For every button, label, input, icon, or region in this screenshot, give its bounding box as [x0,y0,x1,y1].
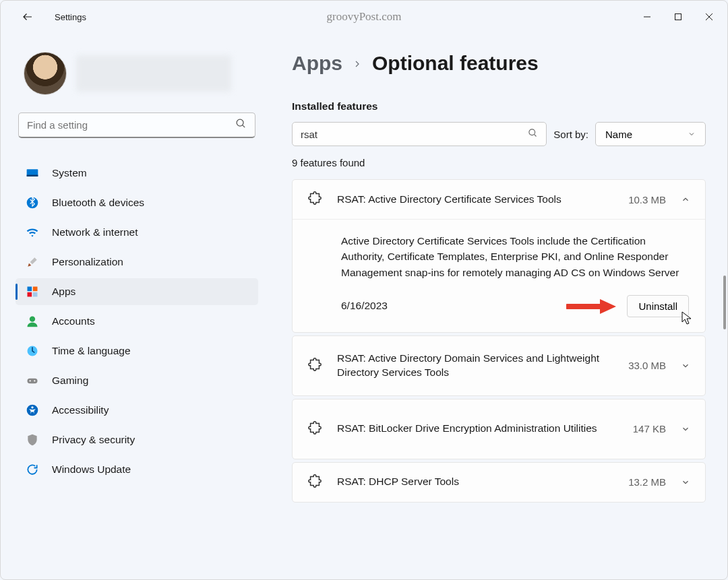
chevron-right-icon [353,56,361,71]
feature-list: RSAT: Active Directory Certificate Servi… [292,179,706,503]
wifi-icon [25,225,40,240]
scrollbar-thumb[interactable] [723,276,726,329]
svg-point-15 [34,380,35,381]
feature-title: RSAT: Active Directory Domain Services a… [337,352,603,380]
settings-search[interactable] [18,112,255,138]
sidebar-item-time[interactable]: Time & language [16,337,258,364]
nav-label: Time & language [52,345,131,357]
feature-card: RSAT: DHCP Server Tools 13.2 MB [292,462,706,503]
feature-header[interactable]: RSAT: DHCP Server Tools 13.2 MB [293,463,705,502]
svg-rect-5 [27,175,38,177]
feature-size: 10.3 MB [617,194,666,205]
sidebar: System Bluetooth & devices Network & int… [1,33,270,579]
nav-label: Personalization [52,256,123,268]
gamepad-icon [25,373,40,388]
sidebar-item-accessibility[interactable]: Accessibility [16,397,258,424]
uninstall-button[interactable]: Uninstall [627,295,689,317]
feature-date: 6/16/2023 [341,300,388,312]
svg-rect-13 [28,379,38,384]
watermark: groovyPost.com [327,10,402,24]
avatar [24,52,67,95]
feature-size: 33.0 MB [617,360,666,371]
sidebar-item-personalization[interactable]: Personalization [16,249,258,276]
minimize-button[interactable] [632,6,663,28]
feature-search[interactable] [292,122,547,146]
sidebar-item-network[interactable]: Network & internet [16,219,258,246]
feature-header[interactable]: RSAT: Active Directory Certificate Servi… [293,180,705,219]
sidebar-item-bluetooth[interactable]: Bluetooth & devices [16,189,258,216]
maximize-button[interactable] [663,6,694,28]
feature-header[interactable]: RSAT: Active Directory Domain Services a… [293,336,705,395]
shield-icon [25,432,40,447]
accessibility-icon [25,403,40,418]
filter-row: Sort by: Name [292,122,706,146]
sidebar-item-windows-update[interactable]: Windows Update [16,456,258,483]
feature-title: RSAT: Active Directory Certificate Servi… [337,193,603,207]
svg-point-2 [237,119,243,126]
nav-label: System [52,167,87,179]
sidebar-item-system[interactable]: System [16,160,258,187]
feature-description: Active Directory Certificate Services To… [341,233,689,280]
puzzle-icon [307,474,322,491]
settings-search-input[interactable] [27,119,235,131]
sidebar-item-privacy[interactable]: Privacy & security [16,426,258,453]
breadcrumb-current: Optional features [372,52,539,75]
feature-card: RSAT: Active Directory Domain Services a… [292,335,706,396]
titlebar: Settings groovyPost.com [1,1,727,33]
puzzle-icon [307,191,322,208]
close-button[interactable] [694,6,725,28]
chevron-down-icon [681,424,690,434]
paintbrush-icon [25,255,40,269]
feature-search-input[interactable] [301,129,528,140]
search-icon [235,118,247,132]
feature-card: RSAT: Active Directory Certificate Servi… [292,179,706,333]
svg-rect-1 [675,14,681,20]
apps-icon [25,284,40,299]
window-title: Settings [55,12,86,22]
feature-header[interactable]: RSAT: BitLocker Drive Encryption Adminis… [293,399,705,459]
nav-label: Accessibility [52,404,109,416]
sidebar-item-accounts[interactable]: Accounts [16,308,258,335]
clock-globe-icon [25,344,40,358]
sidebar-item-apps[interactable]: Apps [16,278,258,305]
results-count: 9 features found [292,157,706,168]
nav-label: Gaming [52,375,88,387]
user-account-row[interactable] [24,52,261,95]
svg-rect-9 [28,292,32,297]
svg-rect-8 [33,287,38,292]
nav-label: Privacy & security [52,434,135,446]
feature-size: 13.2 MB [617,476,666,488]
bluetooth-icon [25,195,40,210]
section-title: Installed features [292,100,706,112]
nav-label: Apps [52,286,75,298]
breadcrumb: Apps Optional features [292,52,706,75]
nav-label: Accounts [52,315,95,327]
feature-card: RSAT: BitLocker Drive Encryption Adminis… [292,399,706,459]
feature-body: Active Directory Certificate Services To… [293,219,705,332]
chevron-up-icon [681,195,690,204]
chevron-down-icon [681,361,690,370]
sidebar-item-gaming[interactable]: Gaming [16,367,258,394]
svg-rect-10 [33,292,38,297]
back-button[interactable] [14,3,41,30]
person-icon [25,314,40,329]
nav-label: Windows Update [52,463,131,476]
annotation-arrow [566,298,620,315]
svg-line-3 [243,125,245,128]
svg-point-11 [30,317,35,322]
chevron-down-icon [681,478,690,487]
svg-point-18 [529,129,535,135]
feature-size: 147 KB [617,423,666,434]
nav-label: Bluetooth & devices [52,197,144,209]
breadcrumb-parent[interactable]: Apps [292,52,342,75]
window-controls [632,6,725,28]
sort-value: Name [605,129,632,140]
feature-title: RSAT: DHCP Server Tools [337,475,603,489]
main-content: Apps Optional features Installed feature… [270,33,727,579]
feature-title: RSAT: BitLocker Drive Encryption Adminis… [337,422,603,436]
sort-label: Sort by: [553,129,588,140]
sort-select[interactable]: Name [595,122,706,146]
update-icon [25,462,40,477]
search-icon [528,128,538,141]
puzzle-icon [307,420,322,438]
